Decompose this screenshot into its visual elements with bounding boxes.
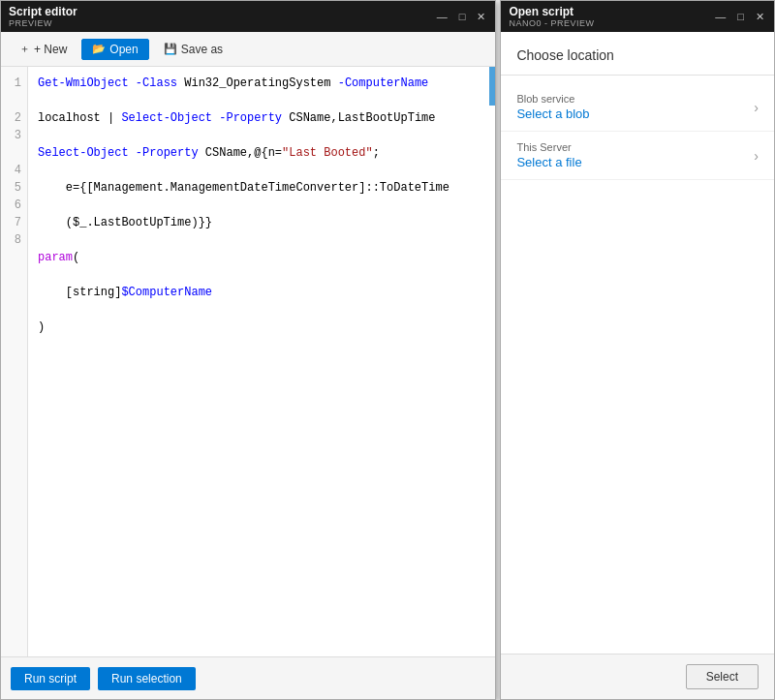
open-script-titlebar: Open script nano0 - PREVIEW — □ ✕ — [501, 1, 774, 32]
run-script-button[interactable]: Run script — [11, 667, 90, 690]
select-button[interactable]: Select — [686, 664, 759, 689]
line-numbers: 1 2 3 4 5 6 7 8 — [1, 67, 28, 656]
save-icon: 💾 — [164, 43, 177, 55]
script-editor-panel: Script editor PREVIEW — □ ✕ ＋ + New 📂 Op… — [0, 0, 496, 700]
location-items: Blob service Select a blob › This Server… — [501, 76, 774, 654]
run-selection-button[interactable]: Run selection — [98, 667, 196, 690]
this-server-label: This Server — [516, 141, 581, 153]
open-script-footer: Select — [501, 654, 774, 699]
script-editor-toolbar: ＋ + New 📂 Open 💾 Save as — [1, 32, 495, 67]
scrollbar-indicator — [489, 67, 495, 106]
open-script-title-group: Open script nano0 - PREVIEW — [509, 5, 594, 28]
new-button-label: + New — [34, 43, 67, 56]
new-icon: ＋ — [19, 42, 30, 56]
new-button[interactable]: ＋ + New — [9, 38, 78, 60]
this-server-item[interactable]: This Server Select a file › — [501, 132, 774, 180]
open-button-label: Open — [109, 43, 138, 56]
open-script-maximize-button[interactable]: □ — [735, 11, 746, 22]
blob-service-item-left: Blob service Select a blob — [516, 93, 589, 121]
script-editor-maximize-button[interactable]: □ — [457, 11, 468, 22]
open-script-minimize-button[interactable]: — — [713, 11, 728, 22]
script-editor-subtitle: PREVIEW — [9, 18, 78, 28]
open-script-close-button[interactable]: ✕ — [754, 11, 766, 23]
choose-location-title: Choose location — [501, 32, 774, 76]
code-area[interactable]: 1 2 3 4 5 6 7 8 Get-WmiObject -Class Win… — [1, 67, 495, 656]
blob-service-name: Select a blob — [516, 107, 589, 121]
editor-footer: Run script Run selection — [1, 656, 495, 699]
this-server-item-left: This Server Select a file — [516, 141, 581, 169]
save-as-button[interactable]: 💾 Save as — [153, 39, 233, 60]
blob-service-chevron-icon: › — [754, 100, 759, 115]
script-editor-titlebar: Script editor PREVIEW — □ ✕ — [1, 1, 495, 32]
blob-service-label: Blob service — [516, 93, 589, 105]
open-script-panel: Open script nano0 - PREVIEW — □ ✕ Choose… — [500, 0, 775, 700]
script-editor-close-button[interactable]: ✕ — [475, 11, 487, 23]
open-button[interactable]: 📂 Open — [81, 39, 148, 60]
open-icon: 📂 — [92, 43, 106, 55]
this-server-name: Select a file — [516, 155, 581, 169]
this-server-chevron-icon: › — [754, 148, 759, 164]
script-editor-title-group: Script editor PREVIEW — [9, 5, 78, 28]
open-script-subtitle: nano0 - PREVIEW — [509, 18, 594, 28]
open-script-title: Open script — [509, 5, 594, 18]
code-editor[interactable]: Get-WmiObject -Class Win32_OperatingSyst… — [28, 67, 495, 656]
script-editor-minimize-button[interactable]: — — [435, 11, 450, 22]
save-as-button-label: Save as — [181, 43, 223, 56]
script-editor-window-controls: — □ ✕ — [435, 11, 488, 23]
script-editor-title: Script editor — [9, 5, 78, 18]
open-script-window-controls: — □ ✕ — [713, 11, 766, 23]
blob-service-item[interactable]: Blob service Select a blob › — [501, 83, 774, 132]
